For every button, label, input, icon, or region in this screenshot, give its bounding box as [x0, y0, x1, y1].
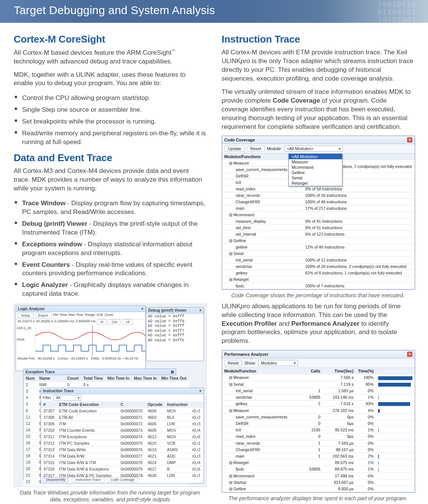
- dropdown-item[interactable]: Getline: [289, 170, 342, 175]
- table-row: ⊟ Retarget: [222, 276, 415, 283]
- label: Mouse Pos: [18, 357, 35, 360]
- cell: [114, 408, 118, 414]
- printf-line: AD value = 0xfff: [148, 333, 202, 338]
- close-icon[interactable]: ×: [199, 389, 202, 393]
- table-row: ⊟ Retarget89.675 ms1%: [222, 460, 415, 466]
- column-header: [376, 368, 415, 374]
- cell: 0x08000079: [118, 466, 145, 472]
- close-icon[interactable]: ×: [407, 137, 412, 143]
- instruction-trace-panel: Instruction Trace× Filter All #ETM Code …: [41, 388, 204, 483]
- figure-data-trace-windows: Logic Analyzer× Setup Export Min Time Ma…: [14, 304, 207, 503]
- column-header: Time(%): [356, 368, 376, 374]
- bar-cell: [376, 486, 415, 492]
- tab[interactable]: Disassembly: [43, 477, 69, 482]
- text: and: [277, 320, 291, 327]
- value: 40.26256 s: [36, 319, 53, 325]
- cell: [203, 421, 204, 427]
- tree-cell: ⊟ Retarget: [222, 276, 303, 283]
- close-icon[interactable]: ×: [407, 352, 412, 357]
- tree-cell: ⊟ Serial: [222, 381, 301, 387]
- dropdown-item[interactable]: <All Modules>: [289, 154, 342, 159]
- la-setup-button[interactable]: Setup: [18, 313, 33, 318]
- module-combo[interactable]: <All Modules>: [284, 146, 343, 152]
- cell: DMP: [165, 460, 190, 466]
- table-row: 37314ITM Data R/W0x080000774621ADDr0,r32…: [41, 453, 204, 460]
- calls-cell: 1: [301, 446, 323, 453]
- cell: 213: if (AD_dbg != AD_val) /* Make sure …: [203, 453, 204, 460]
- calls-cell: 2185: [301, 427, 323, 433]
- column-header: Num: [24, 375, 37, 382]
- cell: [114, 453, 118, 460]
- close-icon[interactable]: ×: [141, 307, 143, 311]
- pct-cell: 0%: [356, 414, 376, 420]
- bullet: Single Step one source or assembler line…: [14, 104, 207, 116]
- cell: 37308: [41, 414, 57, 421]
- cell: 0 s: [81, 382, 105, 388]
- table-row: 37316ITM Data R/W & Exceptions0x08000079…: [41, 466, 204, 472]
- tab[interactable]: Code Coverage: [107, 477, 138, 482]
- tree-cell: DefISR: [222, 420, 301, 426]
- filter-combo[interactable]: All: [53, 395, 81, 401]
- cell: 4627: [145, 466, 165, 472]
- cell: LDR: [165, 421, 190, 427]
- la-export-button[interactable]: Export: [35, 313, 52, 318]
- table-row: ⊟ Getline8.000 µs0%: [222, 486, 415, 492]
- bar-cell: [376, 394, 415, 400]
- cell: ExtI: [37, 485, 65, 487]
- coverage-cell: [303, 276, 415, 283]
- show-combo[interactable]: Modules: [258, 360, 298, 366]
- close-icon[interactable]: ×: [199, 308, 202, 312]
- reset-button[interactable]: Reset: [224, 360, 242, 366]
- label: Filter: [43, 396, 51, 400]
- cell: [114, 447, 118, 453]
- dropdown-item[interactable]: Retarget: [289, 181, 342, 186]
- module-dropdown-list[interactable]: <All Modules> Measure Mcommand Getline S…: [288, 154, 342, 186]
- cell: 37310: [41, 427, 57, 434]
- table-row: 37315ITM Data R/W & ITM0x080000784624DMP…: [41, 460, 204, 466]
- column-header: Min Time In: [105, 375, 132, 382]
- cell: 4609: [145, 427, 165, 434]
- table-row: read_index00µs0%: [222, 433, 415, 440]
- logic-analyzer-waveform: [35, 325, 145, 356]
- cell: 215: AD_val = (*func)(AD_dbg*0x200/AD_un…: [203, 466, 204, 472]
- zoom-in-button[interactable]: In: [97, 319, 107, 325]
- table-row: 37311ITM Exceptions0x080000744612MOVr0,r…: [41, 434, 204, 440]
- cell: 0x08000073: [118, 427, 145, 434]
- bullet: Trace Window - Display program flow by c…: [14, 198, 207, 218]
- table-row: 37308ETM All0x080000714603BLXr0,r265: re…: [41, 414, 204, 421]
- tree-cell: getkey: [222, 401, 301, 407]
- table-row: ⊟ Getline: [222, 238, 415, 244]
- tab[interactable]: Instruction Trace: [72, 477, 104, 482]
- reset-button[interactable]: Reset: [247, 146, 265, 152]
- bullet: Set breakpoints while the processor is r…: [14, 116, 207, 128]
- time-cell: 89.675 ms: [323, 466, 356, 472]
- coverage-cell: 17% of 217 instructions: [303, 205, 415, 212]
- bar-cell: [376, 401, 415, 407]
- close-icon[interactable]: ⊠: [171, 370, 174, 374]
- zoom-out-button[interactable]: Out: [108, 319, 121, 325]
- update-button[interactable]: Update: [224, 146, 245, 152]
- pct-cell: 1%: [356, 394, 376, 400]
- dropdown-item[interactable]: Measure: [289, 159, 342, 165]
- zoom-all-button[interactable]: All: [122, 319, 133, 325]
- tree-cell: set_interval: [222, 231, 303, 238]
- table-row: ⊟ Mcommand17.499 ms0%: [222, 472, 415, 479]
- dropdown-item[interactable]: Serial: [289, 175, 342, 181]
- show-label: Show:: [244, 361, 256, 365]
- text: technology with advanced debug and trace…: [14, 58, 172, 65]
- text: is the only Trace adapter which streams …: [222, 57, 414, 82]
- tree-cell: ⊟ Measure: [222, 374, 301, 381]
- text-italic: pro: [241, 57, 250, 65]
- page-banner: Target Debugging and System Analysis 100…: [0, 0, 428, 23]
- cell: [114, 434, 118, 440]
- dropdown-item[interactable]: Mcommand: [289, 165, 342, 170]
- calls-cell: 53805: [301, 394, 323, 400]
- coresight-bullets: Control the CPU allowing program start/s…: [14, 92, 207, 148]
- table-row: 37307ETM Code Execution0x080000704600MOV…: [41, 408, 204, 414]
- combo-value: Modules: [261, 361, 277, 365]
- table-row: sendchar53805103.146 ms1%: [222, 394, 415, 400]
- cell: 37311: [41, 434, 57, 440]
- text-bold: Code Coverage: [273, 97, 320, 104]
- calls-cell: 0: [301, 433, 323, 440]
- cell: 4600: [145, 408, 165, 414]
